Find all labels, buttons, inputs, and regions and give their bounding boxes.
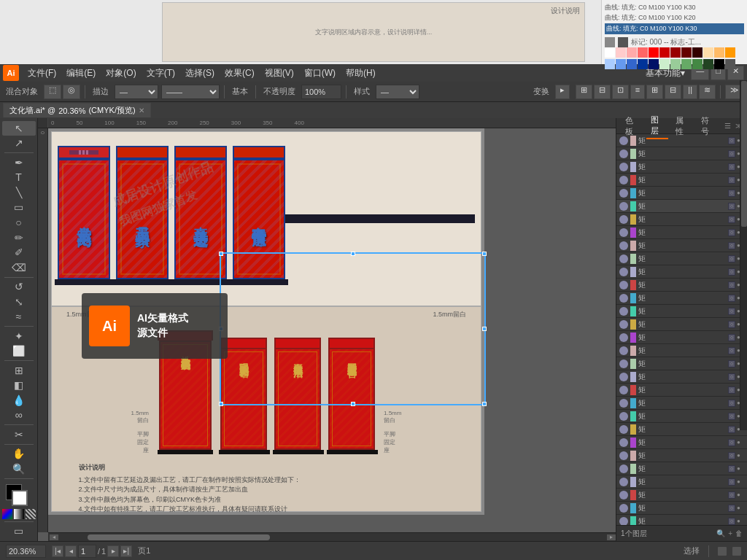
layer-target[interactable]: ○	[728, 150, 735, 158]
layer-visibility-icon[interactable]: ●	[737, 439, 744, 446]
layer-eye[interactable]	[619, 399, 628, 408]
layer-target[interactable]: ○	[728, 413, 735, 420]
menu-edit[interactable]: 编辑(E)	[62, 66, 100, 81]
layer-target[interactable]: ○	[728, 347, 735, 354]
tool-rotate[interactable]: ↺	[2, 279, 36, 294]
tb-icon-4[interactable]: ≡	[630, 85, 645, 99]
swatch-maroon[interactable]	[681, 47, 692, 58]
last-page-btn[interactable]: ▸|	[120, 545, 132, 557]
swatch-red[interactable]	[649, 47, 659, 58]
layer-target[interactable]: ○	[728, 452, 735, 459]
stroke-select[interactable]: —	[115, 85, 158, 99]
layer-eye[interactable]	[619, 163, 628, 171]
layer-eye[interactable]	[619, 307, 628, 316]
swatch-green1[interactable]	[659, 59, 670, 69]
layer-eye[interactable]	[619, 149, 628, 158]
layer-target[interactable]: ○	[728, 400, 735, 407]
toolbar-circle-btn[interactable]: ◎	[63, 85, 80, 99]
tool-scissors[interactable]: ✂	[2, 427, 36, 442]
menu-window[interactable]: 窗口(W)	[300, 66, 340, 81]
hscroll-thumb[interactable]	[88, 534, 270, 540]
tool-brush[interactable]: ✏	[2, 230, 36, 245]
layer-add-icon[interactable]: +	[728, 529, 732, 537]
layer-eye[interactable]	[619, 438, 628, 447]
tb-icon-6[interactable]: ⊟	[665, 85, 681, 99]
layer-eye[interactable]	[619, 464, 628, 473]
tool-line[interactable]: ╲	[2, 185, 36, 200]
tool-ellipse[interactable]: ○	[2, 215, 36, 230]
swatch-blue5[interactable]	[649, 59, 659, 69]
vscrollbar[interactable]	[740, 80, 747, 430]
layer-target[interactable]: ○	[728, 360, 735, 368]
tab-close-btn[interactable]: ✕	[139, 106, 144, 114]
tb-icon-8[interactable]: ≋	[699, 85, 716, 99]
menu-select[interactable]: 选择(S)	[181, 66, 219, 81]
tool-eraser[interactable]: ⌫	[2, 260, 36, 275]
layer-eye[interactable]	[619, 386, 628, 394]
layer-eye[interactable]	[619, 491, 628, 499]
swatch-green5[interactable]	[703, 59, 713, 69]
layer-eye[interactable]	[619, 320, 628, 329]
tool-hand[interactable]: ✋	[2, 447, 36, 462]
layer-eye[interactable]	[619, 281, 628, 289]
layer-target[interactable]: ○	[728, 505, 735, 512]
tool-gradient[interactable]: ◧	[2, 378, 36, 393]
sel-handle-br[interactable]	[482, 402, 487, 406]
swatch-lightred[interactable]	[616, 47, 626, 58]
swatch-blue4[interactable]	[638, 59, 648, 69]
layer-eye[interactable]	[619, 268, 628, 276]
gradient-btn[interactable]	[14, 509, 24, 519]
swatch-blue3[interactable]	[627, 59, 637, 69]
tool-scale[interactable]: ⤡	[2, 295, 36, 309]
tool-direct-select[interactable]: ↗	[2, 136, 36, 151]
hscroll-right[interactable]: ▸	[607, 534, 616, 540]
layer-eye[interactable]	[619, 294, 628, 303]
layer-delete-icon[interactable]: 🗑	[735, 529, 743, 537]
layer-target[interactable]: ○	[728, 491, 735, 499]
layer-eye[interactable]	[619, 451, 628, 460]
layer-visibility-icon[interactable]: ●	[737, 518, 744, 525]
layer-visibility-icon[interactable]: ●	[737, 452, 744, 459]
tool-blend[interactable]: ∞	[2, 408, 36, 423]
document-tab[interactable]: 文化墙.ai* @ 20.36% (CMYK/预览) ✕	[3, 103, 151, 117]
hscroll-left[interactable]: ◂	[50, 534, 58, 540]
tool-mesh[interactable]: ⊞	[2, 363, 36, 378]
layer-eye[interactable]	[619, 517, 628, 526]
layer-target[interactable]: ○	[728, 163, 735, 171]
layer-visibility-icon[interactable]: ●	[737, 491, 744, 499]
layer-eye[interactable]	[619, 504, 628, 513]
layer-eye[interactable]	[619, 478, 628, 486]
swatch-red2[interactable]	[638, 47, 648, 58]
swatch-peach[interactable]	[703, 47, 713, 58]
tb-icon-5[interactable]: ⊞	[646, 85, 663, 99]
toolbar-square-btn[interactable]: ⬚	[44, 85, 61, 99]
layer-target[interactable]: ○	[728, 308, 735, 315]
menu-view[interactable]: 视图(V)	[260, 66, 298, 81]
layer-target[interactable]: ○	[728, 295, 735, 302]
swatch-green4[interactable]	[692, 59, 703, 69]
tool-text[interactable]: T	[2, 171, 36, 185]
layer-target[interactable]: ○	[728, 386, 735, 394]
layer-eye[interactable]	[619, 425, 628, 434]
layer-eye[interactable]	[619, 228, 628, 237]
layer-target[interactable]: ○	[728, 439, 735, 446]
swatch-red1[interactable]	[627, 47, 637, 58]
layer-visibility-icon[interactable]: ●	[737, 478, 744, 486]
layer-target[interactable]: ○	[728, 426, 735, 433]
status-icon-2[interactable]	[732, 547, 741, 556]
color-mode-btn[interactable]	[2, 509, 12, 519]
layer-eye[interactable]	[619, 189, 628, 198]
layer-eye[interactable]	[619, 346, 628, 355]
layer-target[interactable]: ○	[728, 518, 735, 525]
menu-object[interactable]: 对象(O)	[101, 66, 140, 81]
swatch-black[interactable]	[714, 59, 724, 69]
swatch-green2[interactable]	[670, 59, 681, 69]
tool-pen[interactable]: ✒	[2, 155, 36, 170]
swatch-darkred[interactable]	[659, 47, 670, 58]
layer-target[interactable]: ○	[728, 229, 735, 236]
layer-target[interactable]: ○	[728, 255, 735, 262]
status-icon-1[interactable]	[718, 547, 727, 556]
layer-target[interactable]: ○	[728, 216, 735, 223]
tool-eyedropper[interactable]: 💧	[2, 393, 36, 408]
layer-eye[interactable]	[619, 215, 628, 224]
